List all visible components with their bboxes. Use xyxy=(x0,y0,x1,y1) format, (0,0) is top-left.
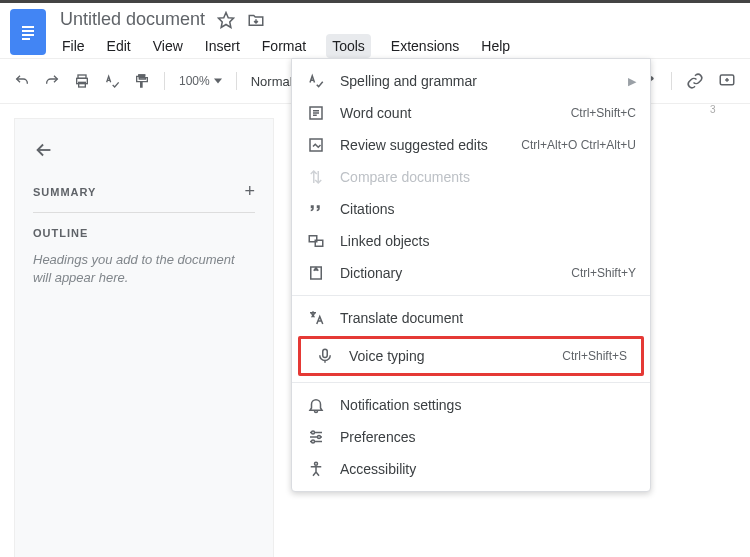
svg-rect-3 xyxy=(22,38,30,40)
svg-rect-2 xyxy=(22,34,34,36)
menu-item-label: Voice typing xyxy=(349,348,562,364)
collapse-outline-button[interactable] xyxy=(33,139,255,161)
menu-translate[interactable]: Translate document xyxy=(292,302,650,334)
menu-preferences[interactable]: Preferences xyxy=(292,421,650,453)
svg-point-18 xyxy=(312,440,315,443)
summary-label: SUMMARY xyxy=(33,186,96,198)
paragraph-style-selector[interactable]: Normal xyxy=(251,74,293,89)
redo-button[interactable] xyxy=(44,73,60,89)
menu-citations[interactable]: Citations xyxy=(292,193,650,225)
menu-file[interactable]: File xyxy=(60,34,87,58)
add-comment-button[interactable] xyxy=(718,72,736,90)
menu-item-label: Compare documents xyxy=(340,169,636,185)
menu-item-label: Preferences xyxy=(340,429,636,445)
menu-item-label: Linked objects xyxy=(340,233,636,249)
menu-shortcut: Ctrl+Alt+O Ctrl+Alt+U xyxy=(521,138,636,152)
vertical-ruler xyxy=(0,118,14,557)
svg-point-17 xyxy=(318,436,321,439)
outline-label: OUTLINE xyxy=(33,227,255,239)
paint-format-button[interactable] xyxy=(134,73,150,89)
submenu-arrow-icon: ▶ xyxy=(628,75,636,88)
menu-accessibility[interactable]: Accessibility xyxy=(292,453,650,485)
svg-marker-4 xyxy=(219,12,234,27)
menu-word-count[interactable]: Word count Ctrl+Shift+C xyxy=(292,97,650,129)
menu-item-label: Review suggested edits xyxy=(340,137,521,153)
menu-compare-docs: Compare documents xyxy=(292,161,650,193)
menu-review-edits[interactable]: Review suggested edits Ctrl+Alt+O Ctrl+A… xyxy=(292,129,650,161)
spellcheck-button[interactable] xyxy=(104,73,120,89)
svg-rect-8 xyxy=(139,74,146,78)
menu-item-label: Spelling and grammar xyxy=(340,73,628,89)
menu-notification-settings[interactable]: Notification settings xyxy=(292,389,650,421)
menu-edit[interactable]: Edit xyxy=(105,34,133,58)
menu-insert[interactable]: Insert xyxy=(203,34,242,58)
print-button[interactable] xyxy=(74,73,90,89)
preferences-icon xyxy=(306,427,326,447)
menu-item-label: Accessibility xyxy=(340,461,636,477)
menu-extensions[interactable]: Extensions xyxy=(389,34,461,58)
add-summary-button[interactable]: + xyxy=(244,181,255,202)
undo-button[interactable] xyxy=(14,73,30,89)
outline-sidepanel: SUMMARY + OUTLINE Headings you add to th… xyxy=(14,118,274,557)
menu-spelling-grammar[interactable]: Spelling and grammar ▶ xyxy=(292,65,650,97)
document-title[interactable]: Untitled document xyxy=(60,9,205,30)
star-icon[interactable] xyxy=(217,11,235,29)
menu-separator xyxy=(292,382,650,383)
linked-objects-icon xyxy=(306,231,326,251)
toolbar-separator xyxy=(236,72,237,90)
menu-shortcut: Ctrl+Shift+Y xyxy=(571,266,636,280)
zoom-selector[interactable]: 100% xyxy=(179,74,222,88)
menu-item-label: Dictionary xyxy=(340,265,571,281)
tools-dropdown: Spelling and grammar ▶ Word count Ctrl+S… xyxy=(291,58,651,492)
review-edits-icon xyxy=(306,135,326,155)
menu-help[interactable]: Help xyxy=(479,34,512,58)
menu-voice-typing[interactable]: Voice typing Ctrl+Shift+S xyxy=(301,339,641,373)
outline-empty-text: Headings you add to the document will ap… xyxy=(33,251,255,287)
voice-typing-icon xyxy=(315,346,335,366)
citations-icon xyxy=(306,199,326,219)
svg-rect-1 xyxy=(22,30,34,32)
translate-icon xyxy=(306,308,326,328)
menu-item-label: Citations xyxy=(340,201,636,217)
spellcheck-icon xyxy=(306,71,326,91)
ruler-tick-label: 3 xyxy=(710,104,716,115)
svg-point-16 xyxy=(312,431,315,434)
menu-shortcut: Ctrl+Shift+S xyxy=(562,349,627,363)
titlebar: Untitled document File Edit View Insert … xyxy=(0,3,750,58)
compare-docs-icon xyxy=(306,167,326,187)
menu-separator xyxy=(292,295,650,296)
svg-rect-15 xyxy=(323,349,328,357)
menu-view[interactable]: View xyxy=(151,34,185,58)
svg-point-19 xyxy=(315,462,318,465)
annotation-highlight: Voice typing Ctrl+Shift+S xyxy=(298,336,644,376)
accessibility-icon xyxy=(306,459,326,479)
menu-tools[interactable]: Tools xyxy=(326,34,371,58)
menu-format[interactable]: Format xyxy=(260,34,308,58)
toolbar-separator xyxy=(671,72,672,90)
menubar: File Edit View Insert Format Tools Exten… xyxy=(60,34,512,58)
wordcount-icon xyxy=(306,103,326,123)
dictionary-icon xyxy=(306,263,326,283)
move-to-folder-icon[interactable] xyxy=(247,11,265,29)
toolbar-separator xyxy=(164,72,165,90)
menu-item-label: Notification settings xyxy=(340,397,636,413)
menu-item-label: Translate document xyxy=(340,310,636,326)
bell-icon xyxy=(306,395,326,415)
docs-logo-icon[interactable] xyxy=(10,9,46,55)
insert-link-button[interactable] xyxy=(686,72,704,90)
menu-item-label: Word count xyxy=(340,105,571,121)
menu-linked-objects[interactable]: Linked objects xyxy=(292,225,650,257)
svg-rect-0 xyxy=(22,26,34,28)
menu-dictionary[interactable]: Dictionary Ctrl+Shift+Y xyxy=(292,257,650,289)
menu-shortcut: Ctrl+Shift+C xyxy=(571,106,636,120)
